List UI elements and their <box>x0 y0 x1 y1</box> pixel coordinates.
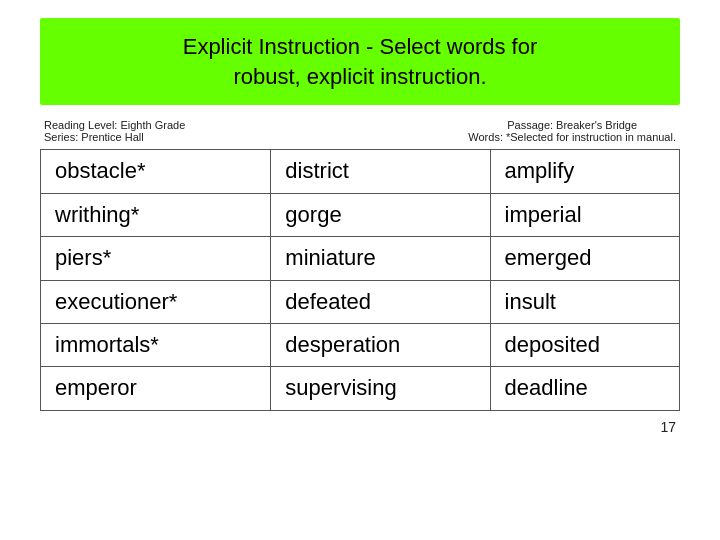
page-title: Explicit Instruction - Select words for … <box>60 32 660 91</box>
cell-3-1: defeated <box>271 280 490 323</box>
table-row: obstacle*districtamplify <box>41 150 680 193</box>
cell-3-0: executioner* <box>41 280 271 323</box>
table-row: immortals*desperationdeposited <box>41 323 680 366</box>
cell-1-2: imperial <box>490 193 679 236</box>
cell-5-2: deadline <box>490 367 679 410</box>
cell-4-1: desperation <box>271 323 490 366</box>
cell-2-0: piers* <box>41 237 271 280</box>
cell-1-1: gorge <box>271 193 490 236</box>
table-row: piers*miniatureemerged <box>41 237 680 280</box>
cell-3-2: insult <box>490 280 679 323</box>
cell-0-2: amplify <box>490 150 679 193</box>
cell-2-2: emerged <box>490 237 679 280</box>
meta-row: Reading Level: Eighth Grade Series: Pren… <box>40 119 680 143</box>
cell-5-0: emperor <box>41 367 271 410</box>
cell-4-2: deposited <box>490 323 679 366</box>
cell-2-1: miniature <box>271 237 490 280</box>
cell-0-0: obstacle* <box>41 150 271 193</box>
meta-left: Reading Level: Eighth Grade Series: Pren… <box>44 119 185 143</box>
meta-right: Passage: Breaker's Bridge Words: *Select… <box>468 119 676 143</box>
word-table: obstacle*districtamplifywrithing*gorgeim… <box>40 149 680 410</box>
title-box: Explicit Instruction - Select words for … <box>40 18 680 105</box>
cell-0-1: district <box>271 150 490 193</box>
table-row: emperorsupervisingdeadline <box>41 367 680 410</box>
cell-1-0: writhing* <box>41 193 271 236</box>
page-number: 17 <box>40 419 680 435</box>
table-row: executioner*defeatedinsult <box>41 280 680 323</box>
cell-4-0: immortals* <box>41 323 271 366</box>
table-row: writhing*gorgeimperial <box>41 193 680 236</box>
cell-5-1: supervising <box>271 367 490 410</box>
